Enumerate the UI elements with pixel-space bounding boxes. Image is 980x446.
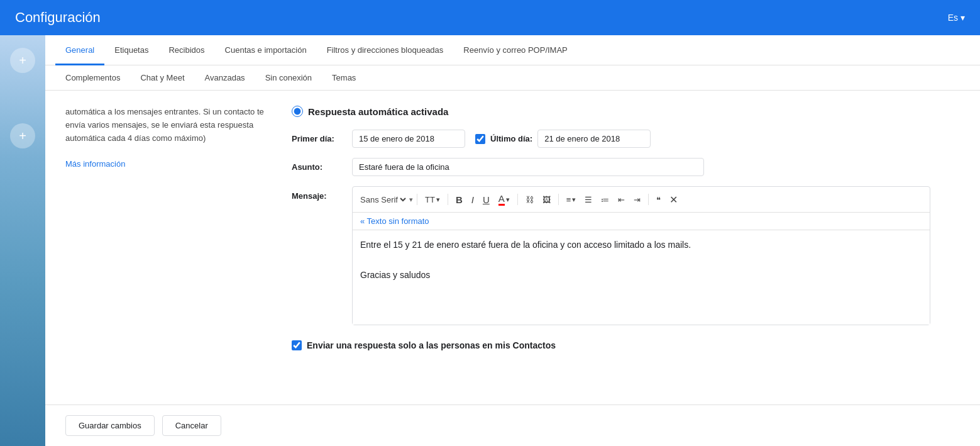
contacts-only-checkbox[interactable]: [292, 340, 302, 350]
subject-row: Asunto:: [292, 158, 960, 176]
italic-icon: I: [471, 194, 474, 205]
tab-general[interactable]: General: [55, 35, 104, 65]
tab-reenvio[interactable]: Reenvío y correo POP/IMAP: [453, 35, 577, 65]
save-button[interactable]: Guardar cambios: [65, 415, 155, 436]
indent-more-icon: ⇥: [634, 195, 641, 204]
numbered-button[interactable]: ≔: [597, 192, 613, 207]
sidebar-compose-button[interactable]: +: [10, 48, 35, 73]
message-line-1: Entre el 15 y 21 de enero estaré fuera d…: [360, 238, 922, 253]
align-button[interactable]: ≡ ▾: [563, 192, 580, 207]
toolbar-separator-4: [558, 194, 559, 205]
contacts-only-label: Enviar una respuesta solo a las personas…: [307, 340, 556, 350]
mensaje-row: Mensaje: Sans Serif ▾ TT: [292, 186, 960, 325]
primer-dia-label: Primer día:: [292, 134, 342, 143]
message-line-3: Gracias y saludos: [360, 268, 922, 283]
quote-button[interactable]: ❝: [652, 192, 664, 207]
right-panel: Respuesta automática activada Primer día…: [292, 106, 960, 350]
message-body[interactable]: Entre el 15 y 21 de enero estaré fuera d…: [353, 230, 930, 325]
ultimo-dia-checkbox[interactable]: [475, 134, 485, 144]
tab-avanzadas[interactable]: Avanzadas: [195, 65, 255, 91]
chevron-font-icon: ▾: [409, 196, 413, 204]
link-icon: ⛓: [526, 195, 534, 204]
indent-less-button[interactable]: ⇤: [614, 192, 629, 207]
clear-format-button[interactable]: ✕: [666, 191, 681, 208]
chevron-down-icon: ▾: [961, 13, 965, 23]
message-line-2: [360, 253, 922, 268]
auto-reply-header: Respuesta automática activada: [292, 106, 960, 117]
plain-text-link[interactable]: « Texto sin formato: [353, 213, 930, 230]
align-chevron: ▾: [572, 196, 576, 204]
indent-more-button[interactable]: ⇥: [630, 192, 644, 207]
primer-dia-input[interactable]: [352, 130, 465, 148]
main-layout: + + General Etiquetas Recibidos Cuentas …: [0, 35, 980, 446]
image-icon: 🖼: [542, 195, 551, 204]
left-description: automática a los mensajes entrantes. Si …: [65, 106, 292, 350]
language-selector[interactable]: Es ▾: [948, 13, 965, 23]
settings-grid: automática a los mensajes entrantes. Si …: [65, 106, 960, 350]
settings-content: automática a los mensajes entrantes. Si …: [45, 91, 980, 404]
font-size-icon: TT: [425, 195, 435, 204]
description-text: automática a los mensajes entrantes. Si …: [65, 106, 277, 145]
tab-recibidos[interactable]: Recibidos: [158, 35, 214, 65]
tab-sin-conexion[interactable]: Sin conexión: [255, 65, 322, 91]
tab-filtros[interactable]: Filtros y direcciones bloqueadas: [317, 35, 454, 65]
ultimo-dia-input[interactable]: [537, 130, 651, 148]
plus-icon-2: +: [19, 129, 26, 143]
bold-icon: B: [456, 194, 463, 205]
toolbar-separator-3: [517, 194, 518, 205]
bold-button[interactable]: B: [452, 192, 466, 208]
toolbar-separator-1: [417, 194, 417, 205]
plus-icon: +: [19, 53, 26, 68]
editor-container: Sans Serif ▾ TT ▾ B: [352, 186, 930, 325]
tabs-row2: Complementos Chat y Meet Avanzadas Sin c…: [45, 65, 980, 91]
tab-etiquetas[interactable]: Etiquetas: [104, 35, 158, 65]
ultimo-dia-group: Último día:: [475, 130, 651, 148]
align-icon: ≡: [566, 195, 571, 204]
content-area: General Etiquetas Recibidos Cuentas e im…: [45, 35, 980, 446]
contacts-only-row: Enviar una respuesta solo a las personas…: [292, 340, 960, 350]
numbered-icon: ≔: [601, 195, 609, 204]
tab-temas[interactable]: Temas: [322, 65, 366, 91]
underline-button[interactable]: U: [479, 192, 493, 208]
italic-button[interactable]: I: [468, 192, 478, 208]
text-color-button[interactable]: A ▾: [495, 191, 514, 208]
bullets-icon: ☰: [585, 195, 592, 204]
cancel-button[interactable]: Cancelar: [162, 415, 221, 436]
ultimo-dia-label: Último día:: [490, 134, 532, 143]
more-info-link[interactable]: Más información: [65, 159, 125, 169]
clear-format-icon: ✕: [669, 194, 678, 206]
asunto-label: Asunto:: [292, 162, 342, 172]
toolbar-separator-5: [648, 194, 649, 205]
editor-toolbar: Sans Serif ▾ TT ▾ B: [353, 187, 930, 213]
text-color-icon: A: [498, 193, 505, 206]
toolbar-separator-2: [448, 194, 448, 205]
bullets-button[interactable]: ☰: [581, 192, 596, 207]
asunto-input[interactable]: [352, 158, 704, 176]
footer-buttons: Guardar cambios Cancelar: [45, 404, 980, 446]
quote-icon: ❝: [656, 195, 661, 204]
font-family-select[interactable]: Sans Serif: [358, 194, 408, 205]
page-title: Configuración: [15, 9, 101, 26]
indent-less-icon: ⇤: [618, 195, 625, 204]
header-bar: Configuración Es ▾: [0, 0, 980, 35]
date-row: Primer día: Último día:: [292, 130, 960, 148]
tabs-row1: General Etiquetas Recibidos Cuentas e im…: [45, 35, 980, 65]
link-button[interactable]: ⛓: [522, 192, 537, 207]
auto-reply-title: Respuesta automática activada: [308, 106, 448, 117]
tab-chat-meet[interactable]: Chat y Meet: [130, 65, 194, 91]
font-size-button[interactable]: TT ▾: [421, 192, 444, 207]
tab-complementos[interactable]: Complementos: [55, 65, 130, 91]
language-label: Es: [948, 13, 958, 23]
tab-cuentas[interactable]: Cuentas e importación: [215, 35, 317, 65]
mensaje-label: Mensaje:: [292, 186, 342, 201]
image-button[interactable]: 🖼: [539, 192, 554, 207]
sidebar: + +: [0, 35, 45, 446]
underline-icon: U: [483, 194, 490, 205]
auto-reply-radio[interactable]: [292, 106, 303, 117]
sidebar-add-button-2[interactable]: +: [10, 123, 35, 148]
text-color-chevron: ▾: [506, 196, 510, 204]
font-size-chevron: ▾: [436, 196, 440, 204]
